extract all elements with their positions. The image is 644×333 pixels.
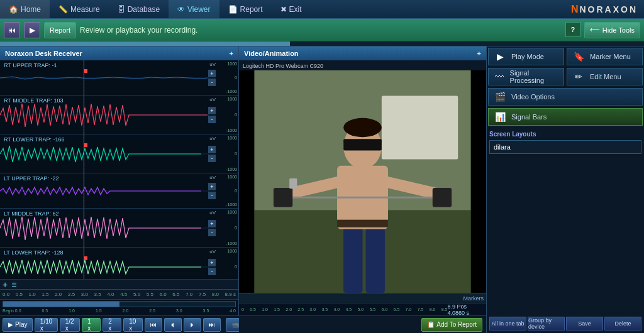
video-add-button[interactable]: + <box>477 50 481 57</box>
timeline-progress-bar[interactable] <box>0 41 644 46</box>
marker-menu-btn[interactable]: 🔖 Marker Menu <box>567 48 643 65</box>
skip-start-btn[interactable]: ⏮ <box>145 318 162 332</box>
help-button[interactable]: ? <box>565 22 580 37</box>
main-content: Noraxon Desk Receiver + RT UPPER TRAP: -… <box>0 46 644 333</box>
nav-home[interactable]: 🏠 Home <box>0 0 50 18</box>
track-5-scale: 1000 0 -1000 <box>217 209 237 247</box>
track-2-cursor <box>84 96 84 134</box>
track-5-expand[interactable]: + <box>208 220 216 227</box>
nav-viewer[interactable]: 👁 Viewer <box>169 0 219 18</box>
scroll-track-container <box>0 300 238 308</box>
signal-bars-btn[interactable]: 📊 Signal Bars <box>488 108 643 126</box>
track-3-cursor <box>84 134 84 173</box>
camera-label: Logitech HD Pro Webcam C920 <box>243 63 323 69</box>
track-5-unit: uV <box>209 210 216 216</box>
nav-database-label: Database <box>128 5 160 14</box>
rate-110-btn[interactable]: 1/10 x <box>35 318 57 332</box>
track-3-collapse[interactable]: - <box>208 155 216 162</box>
track-3-scale: 1000 0 -1000 <box>217 134 237 173</box>
scroll-thumb[interactable] <box>3 302 119 307</box>
layout-name-input[interactable] <box>489 140 641 154</box>
rate-2-btn[interactable]: 2 x <box>103 318 121 332</box>
group-by-device-btn[interactable]: Group by device <box>528 317 565 330</box>
toolbar-prev-button[interactable]: ⏮ <box>4 22 20 38</box>
scroll-track[interactable] <box>3 301 236 307</box>
skip-end-btn[interactable]: ⏭ <box>203 318 221 332</box>
play-icon: ▶ <box>30 26 35 35</box>
delete-layout-btn[interactable]: Delete <box>604 317 641 330</box>
svg-rect-20 <box>274 188 292 207</box>
track-4-collapse[interactable]: - <box>208 192 216 199</box>
track-1-scale: 1000 0 -1000 <box>217 60 237 95</box>
play-mode-btn[interactable]: ▶ Play Mode <box>488 48 564 65</box>
track-1-unit: uV <box>209 62 216 67</box>
toolbar-play-button[interactable]: ▶ <box>24 22 40 38</box>
track-6-collapse[interactable]: - <box>208 268 216 275</box>
track-6-marker <box>84 256 87 260</box>
track-3-label: RT LOWER TRAP: -166 <box>3 136 66 143</box>
rate-12-btn[interactable]: 1/2 x <box>60 318 80 332</box>
save-layout-btn[interactable]: Save <box>566 317 603 330</box>
tools-row-2: 〰 Signal Processing ✏ Edit Menu <box>487 67 644 87</box>
screen-layouts: Screen Layouts <box>487 127 644 158</box>
camera-label-bar: Logitech HD Pro Webcam C920 <box>239 60 486 70</box>
svg-rect-22 <box>289 178 297 188</box>
nav-exit[interactable]: ✖ Exit <box>272 0 311 18</box>
scroll-labels: Begin 0.0 0.5 1.0 1.5 2.0 2.5 3.0 3.5 4.… <box>0 308 238 313</box>
add-to-report-btn[interactable]: 📋 Add To Report <box>421 318 482 332</box>
track-4-unit: uV <box>209 175 216 180</box>
play-button[interactable]: ▶ Play <box>3 318 33 332</box>
signals-panel-header: Noraxon Desk Receiver + <box>0 46 238 60</box>
video-options-btn[interactable]: 🎬 Video Options <box>488 88 643 106</box>
toolbar-info: Review or playback your recording. <box>80 26 562 35</box>
add-track-btn[interactable]: + <box>3 280 8 290</box>
track-1-collapse[interactable]: - <box>208 79 216 86</box>
timeline-thumb <box>0 41 290 46</box>
track-4-expand[interactable]: + <box>208 183 216 190</box>
hide-tools-icon: ⟵ <box>590 26 600 34</box>
track-2-collapse[interactable]: - <box>208 116 216 123</box>
report-nav-icon: 📄 <box>228 5 238 14</box>
track-4-cursor <box>84 173 84 208</box>
track-1-cursor <box>84 60 84 95</box>
signal-track-4: LT UPPER TRAP: -22 uV 1000 0 -1000 + - <box>0 173 238 209</box>
nav-database[interactable]: 🗄 Database <box>109 0 169 18</box>
track-5-label: LT MIDDLE TRAP: 62 <box>3 210 60 217</box>
rate-1-btn[interactable]: 1 x <box>82 318 101 332</box>
svg-rect-13 <box>337 220 388 227</box>
remove-track-btn[interactable]: ≡ <box>11 280 16 290</box>
track-1-expand[interactable]: + <box>208 70 216 77</box>
edit-menu-btn[interactable]: ✏ Edit Menu <box>567 68 643 85</box>
video-timeline[interactable]: 0 0.5 1.0 1.5 2.0 2.5 3.0 3.5 4.0 4.5 5.… <box>239 303 486 315</box>
signals-add-button[interactable]: + <box>230 50 233 57</box>
rate-10-btn[interactable]: 10 x <box>123 318 143 332</box>
step-fwd-btn[interactable]: ⏵ <box>184 318 201 332</box>
track-6-expand[interactable]: + <box>208 259 216 266</box>
video-options-icon: 🎬 <box>494 90 506 103</box>
video-content <box>239 70 486 293</box>
nav-home-label: Home <box>21 5 41 14</box>
nav-measure-label: Measure <box>70 5 100 14</box>
track-3-expand[interactable]: + <box>208 146 216 153</box>
nav-measure[interactable]: 📏 Measure <box>50 0 109 18</box>
position-value: 4.0860 s <box>448 310 470 316</box>
svg-rect-15 <box>343 139 382 150</box>
signals-scroll[interactable]: Begin 0.0 0.5 1.0 1.5 2.0 2.5 3.0 3.5 4.… <box>0 299 238 315</box>
signal-processing-icon: 〰 <box>494 70 505 83</box>
add-report-icon: 📋 <box>427 321 435 328</box>
hide-tools-button[interactable]: ⟵ Hide Tools <box>584 22 640 38</box>
signal-bars-icon: 📊 <box>494 111 506 123</box>
signal-track-3: RT LOWER TRAP: -166 uV 1000 0 -1000 + - <box>0 134 238 173</box>
svg-rect-9 <box>382 96 458 159</box>
step-back-btn[interactable]: ⏴ <box>164 318 182 332</box>
all-in-one-tab-btn[interactable]: All in one tab <box>489 317 526 330</box>
top-navigation: 🏠 Home 📏 Measure 🗄 Database 👁 Viewer 📄 R… <box>0 0 644 19</box>
nav-report-label: Report <box>240 5 263 14</box>
track-2-expand[interactable]: + <box>208 107 216 114</box>
nav-report[interactable]: 📄 Report <box>219 0 272 18</box>
signal-processing-btn[interactable]: 〰 Signal Processing <box>488 68 564 85</box>
signal-track-1: RT UPPER TRAP: -1 uV 1000 0 -1000 + - <box>0 60 238 96</box>
track-5-collapse[interactable]: - <box>208 229 216 236</box>
position-label: 8.9 Pos 4.0860 s <box>448 303 484 316</box>
report-button[interactable]: Report <box>44 22 76 38</box>
